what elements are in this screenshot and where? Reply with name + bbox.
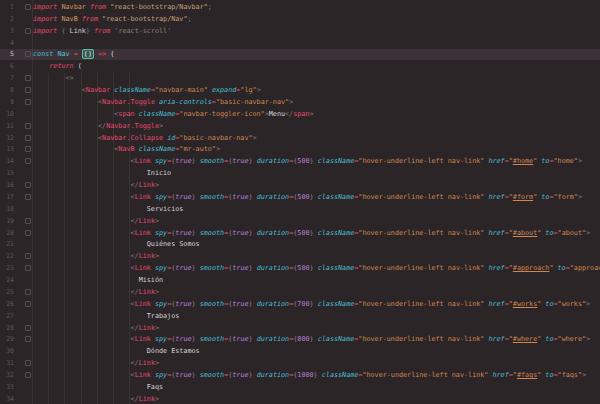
code-line: 28 </Link>	[0, 322, 600, 334]
line-number[interactable]: 18	[0, 205, 14, 213]
line-number[interactable]: 6	[0, 62, 14, 70]
code-line-text[interactable]: <Link spy={true} smooth={true} duration=…	[33, 300, 590, 308]
line-number[interactable]: 27	[0, 312, 14, 320]
line-number[interactable]: 17	[0, 193, 14, 201]
code-line-text[interactable]: Misión	[33, 276, 163, 284]
code-line-text[interactable]: <Link spy={true} smooth={true} duration=…	[33, 229, 590, 237]
code-line: 34 </Link>	[0, 393, 600, 404]
code-line-text[interactable]: </Link>	[33, 359, 159, 367]
code-line-text[interactable]: Quiénes Somos	[33, 240, 200, 248]
line-number[interactable]: 4	[0, 39, 14, 47]
line-number[interactable]: 9	[0, 98, 14, 106]
code-line-text[interactable]: <Link spy={true} smooth={true} duration=…	[33, 193, 582, 201]
fold-toggle-icon[interactable]	[14, 360, 33, 366]
code-line-text[interactable]: Dónde Estamos	[33, 347, 200, 355]
line-number[interactable]: 16	[0, 181, 14, 189]
line-number[interactable]: 26	[0, 300, 14, 308]
fold-toggle-icon[interactable]	[14, 28, 33, 34]
fold-toggle-icon[interactable]	[14, 325, 33, 331]
code-line-text[interactable]: <Link spy={true} smooth={true} duration=…	[33, 371, 586, 379]
line-number[interactable]: 30	[0, 347, 14, 355]
line-number[interactable]: 10	[0, 110, 14, 118]
line-number[interactable]: 32	[0, 371, 14, 379]
line-number[interactable]: 1	[0, 3, 14, 11]
code-line-text[interactable]: </Link>	[33, 395, 159, 403]
line-number[interactable]: 8	[0, 86, 14, 94]
code-line: 16 </Link>	[0, 179, 600, 191]
code-line-text[interactable]: import Navbar from "react-bootstrap/Navb…	[33, 3, 212, 11]
line-number[interactable]: 31	[0, 359, 14, 367]
code-line-text[interactable]: </Link>	[33, 252, 159, 260]
line-number[interactable]: 22	[0, 252, 14, 260]
code-line-text[interactable]: Servicios	[33, 205, 183, 213]
code-line-text[interactable]: Trabajos	[33, 312, 179, 320]
code-line: 1import Navbar from "react-bootstrap/Nav…	[0, 1, 600, 13]
code-line-text[interactable]: <NavB className="mr-auto">	[33, 145, 220, 153]
fold-toggle-icon[interactable]	[14, 372, 33, 378]
code-line-text[interactable]: import { Link} from 'react-scroll'	[33, 27, 171, 35]
code-line: 15 Inicio	[0, 167, 600, 179]
code-line-text[interactable]: </Link>	[33, 288, 159, 296]
line-number[interactable]: 11	[0, 122, 14, 130]
line-number[interactable]: 34	[0, 395, 14, 403]
code-line-text[interactable]: <Link spy={true} smooth={true} duration=…	[33, 157, 582, 165]
fold-toggle-icon[interactable]	[14, 158, 33, 164]
line-number[interactable]: 13	[0, 145, 14, 153]
code-line-text[interactable]: Faqs	[33, 383, 163, 391]
fold-toggle-icon[interactable]	[14, 218, 33, 224]
fold-toggle-icon[interactable]	[14, 99, 33, 105]
fold-toggle-icon[interactable]	[14, 230, 33, 236]
fold-toggle-icon[interactable]	[14, 289, 33, 295]
line-number[interactable]: 20	[0, 229, 14, 237]
fold-toggle-icon[interactable]	[14, 135, 33, 141]
code-line: 6 return (	[0, 60, 600, 72]
code-line-text[interactable]: <>	[33, 74, 74, 82]
code-line: 18 Servicios	[0, 203, 600, 215]
fold-toggle-icon[interactable]	[14, 87, 33, 93]
code-line-text[interactable]: import NavB from "react-bootstrap/Nav";	[33, 15, 192, 23]
code-line: 19 </Link>	[0, 215, 600, 227]
fold-toggle-icon[interactable]	[14, 265, 33, 271]
line-number[interactable]: 25	[0, 288, 14, 296]
line-number[interactable]: 12	[0, 134, 14, 142]
code-line-text[interactable]: <span className="navbar-toggler-icon">Me…	[33, 110, 314, 118]
code-line-text[interactable]: </Navbar.Toggle>	[33, 122, 163, 130]
line-number[interactable]: 14	[0, 157, 14, 165]
fold-toggle-icon[interactable]	[14, 146, 33, 152]
line-number[interactable]: 3	[0, 27, 14, 35]
code-line-text[interactable]: const Nav = () => {	[33, 50, 114, 58]
code-line-text[interactable]: Inicio	[33, 169, 171, 177]
line-number[interactable]: 33	[0, 383, 14, 391]
code-editor[interactable]: 1import Navbar from "react-bootstrap/Nav…	[0, 0, 600, 404]
line-number[interactable]: 2	[0, 15, 14, 23]
fold-toggle-icon[interactable]	[14, 182, 33, 188]
code-line-text[interactable]: </Link>	[33, 217, 159, 225]
line-number[interactable]: 21	[0, 240, 14, 248]
line-number[interactable]: 7	[0, 74, 14, 82]
line-number[interactable]: 15	[0, 169, 14, 177]
code-line-text[interactable]: <Link spy={true} smooth={true} duration=…	[33, 335, 590, 343]
code-line-text[interactable]: <Navbar.Toggle aria-controls="basic-navb…	[33, 98, 293, 106]
code-line-text[interactable]: <Navbar.Collapse id="basic-navbar-nav">	[33, 134, 257, 142]
code-line-text[interactable]: </Link>	[33, 324, 159, 332]
fold-toggle-icon[interactable]	[14, 75, 33, 81]
line-number[interactable]: 24	[0, 276, 14, 284]
line-number[interactable]: 29	[0, 335, 14, 343]
fold-toggle-icon[interactable]	[14, 51, 33, 57]
fold-toggle-icon[interactable]	[14, 336, 33, 342]
line-number[interactable]: 23	[0, 264, 14, 272]
code-line-text[interactable]: <Navbar className="navbar-main" expand="…	[33, 86, 261, 94]
fold-toggle-icon[interactable]	[14, 123, 33, 129]
code-line: 29 <Link spy={true} smooth={true} durati…	[0, 334, 600, 346]
line-number[interactable]: 28	[0, 324, 14, 332]
fold-toggle-icon[interactable]	[14, 194, 33, 200]
line-number[interactable]: 5	[0, 50, 14, 58]
fold-toggle-icon[interactable]	[14, 301, 33, 307]
code-line-text[interactable]: </Link>	[33, 181, 159, 189]
line-number[interactable]: 19	[0, 217, 14, 225]
fold-toggle-icon[interactable]	[14, 4, 33, 10]
code-line-text[interactable]: return (	[33, 62, 82, 70]
code-line-text[interactable]: <Link spy={true} smooth={true} duration=…	[33, 264, 600, 272]
fold-toggle-icon[interactable]	[14, 253, 33, 259]
code-line: 10 <span className="navbar-toggler-icon"…	[0, 108, 600, 120]
